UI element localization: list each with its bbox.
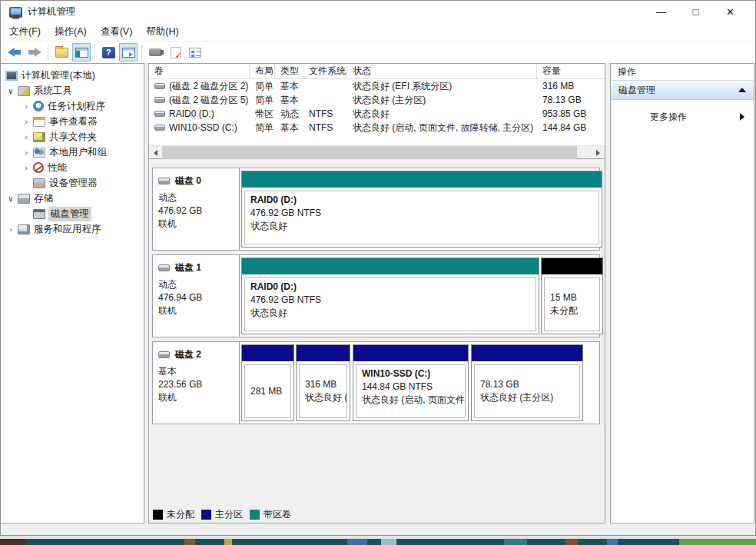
show-console-tree-button[interactable] (72, 43, 91, 61)
event-viewer-icon (33, 117, 45, 127)
column-header-status[interactable]: 状态 (347, 64, 537, 78)
tree-item-computer-management[interactable]: 计算机管理(本地) (1, 68, 144, 83)
tree-item-system-tools[interactable]: ∨ 系统工具 (1, 83, 144, 98)
taskbar-sliver (0, 539, 756, 545)
scrollbar-thumb[interactable] (162, 146, 577, 159)
window-title: 计算机管理 (28, 5, 76, 18)
tree-item-event-viewer[interactable]: › 事件查看器 (1, 114, 144, 129)
tree-item-storage[interactable]: ∨ 存储 (1, 191, 144, 206)
more-actions-label: 更多操作 (650, 111, 687, 124)
tree-item-task-scheduler[interactable]: › 任务计划程序 (1, 98, 144, 114)
forward-button[interactable] (25, 43, 44, 61)
disk-icon (158, 351, 170, 358)
taskbar-icon[interactable] (0, 539, 26, 545)
chevron-right-icon[interactable]: › (5, 224, 16, 234)
close-button[interactable]: ✕ (713, 1, 748, 23)
taskbar-icon[interactable] (224, 539, 232, 545)
check-task-button[interactable] (166, 43, 184, 61)
back-button[interactable] (5, 43, 24, 61)
partition-raid0-d[interactable]: RAID0 (D:) 476.92 GB NTFS 状态良好 (241, 171, 602, 248)
column-header-volume[interactable]: 卷 (149, 64, 250, 78)
chevron-right-icon[interactable]: › (21, 163, 32, 172)
chevron-right-icon[interactable]: › (21, 101, 32, 111)
taskbar-icon[interactable] (184, 539, 195, 545)
volume-icon (154, 111, 165, 117)
disk-1-label[interactable]: 磁盘 1 动态 476.94 GB 联机 (153, 255, 240, 337)
maximize-button[interactable]: □ (678, 1, 713, 23)
volume-status: 状态良好 (启动, 页面文件, 故障转储, 主分区) (347, 121, 537, 135)
tree-item-label: 服务和应用程序 (34, 223, 101, 236)
partition-raid0-d[interactable]: RAID0 (D:) 476.92 GB NTFS 状态良好 (241, 258, 539, 334)
tree-item-device-manager[interactable]: 设备管理器 (1, 175, 144, 191)
legend-swatch (201, 510, 211, 520)
chevron-down-icon[interactable]: ∨ (5, 194, 16, 203)
tree-item-local-users-groups[interactable]: › 本地用户和组 (1, 145, 144, 160)
volume-row[interactable]: (磁盘 2 磁盘分区 2) 简单 基本 状态良好 (EFI 系统分区) 316 … (149, 79, 605, 93)
chevron-right-icon[interactable]: › (21, 117, 32, 126)
menu-view[interactable]: 查看(V) (94, 23, 140, 41)
actions-group-disk-management[interactable]: 磁盘管理 (611, 81, 754, 100)
submenu-arrow-icon (740, 113, 744, 121)
tree-item-disk-management[interactable]: 磁盘管理 (1, 206, 144, 221)
volume-row[interactable]: WIN10-SSD (C:) 简单 基本 NTFS 状态良好 (启动, 页面文件… (149, 121, 605, 135)
up-level-button[interactable] (52, 43, 71, 61)
partition-unallocated[interactable]: 15 MB 未分配 (541, 258, 603, 334)
partition-size: 281 MB (250, 385, 285, 398)
tree-item-services-applications[interactable]: › 服务和应用程序 (1, 221, 144, 237)
partition-efi[interactable]: 316 MB 状态良好 (EFI 系统分区) (296, 344, 350, 421)
column-header-layout[interactable]: 布局 (250, 64, 275, 78)
menu-help[interactable]: 帮助(H) (139, 23, 185, 41)
tree-item-label: 系统工具 (34, 85, 72, 98)
tree-item-performance[interactable]: › 性能 (1, 160, 144, 175)
scroll-right-arrow[interactable] (592, 146, 605, 159)
properties-button[interactable] (186, 43, 204, 61)
volume-capacity: 316 MB (537, 81, 603, 91)
volume-capacity: 953.85 GB (537, 108, 603, 119)
volume-row[interactable]: RAID0 (D:) 带区 动态 NTFS 状态良好 953.85 GB (149, 107, 605, 121)
titlebar[interactable]: 计算机管理 — □ ✕ (1, 1, 755, 23)
partition-status: 状态良好 (主分区) (480, 391, 574, 404)
tree-item-label: 计算机管理(本地) (22, 69, 95, 82)
taskbar-icon[interactable] (381, 539, 396, 545)
column-header-capacity[interactable]: 容量 (537, 64, 603, 78)
volume-row[interactable]: (磁盘 2 磁盘分区 5) 简单 基本 状态良好 (主分区) 78.13 GB (149, 93, 605, 107)
chevron-right-icon[interactable]: › (21, 148, 32, 157)
scroll-left-arrow[interactable] (149, 146, 162, 159)
menu-action[interactable]: 操作(A) (48, 23, 94, 41)
partition-status: 未分配 (550, 304, 594, 317)
horizontal-scrollbar[interactable] (149, 145, 605, 158)
legend: 未分配 主分区 带区卷 (153, 508, 298, 520)
column-header-type[interactable]: 类型 (275, 64, 303, 78)
disk-2-label[interactable]: 磁盘 2 基本 223.56 GB 联机 (153, 342, 240, 424)
legend-swatch (153, 510, 163, 520)
partition-recovery[interactable]: 281 MB (241, 344, 294, 421)
taskbar-icon[interactable] (607, 539, 618, 545)
legend-striped-volume: 带区卷 (250, 508, 291, 521)
disk-0-label[interactable]: 磁盘 0 动态 476.92 GB 联机 (153, 168, 240, 250)
menu-file[interactable]: 文件(F) (2, 23, 48, 41)
show-action-pane-button[interactable] (119, 43, 138, 61)
disk-management-pane: 卷 布局 类型 文件系统 状态 容量 (磁盘 2 磁盘分区 2) 简单 基本 状… (148, 63, 605, 523)
taskbar-icon[interactable] (565, 539, 578, 545)
chevron-right-icon[interactable]: › (21, 132, 32, 141)
taskbar-icon[interactable] (347, 539, 367, 545)
partition-primary-78gb[interactable]: 78.13 GB 状态良好 (主分区) (471, 344, 583, 421)
taskbar-icon[interactable] (504, 539, 527, 545)
partition-win10-ssd-c[interactable]: WIN10-SSD (C:) 144.84 GB NTFS 状态良好 (启动, … (353, 344, 469, 421)
refresh-disk-button[interactable] (146, 43, 164, 61)
minimize-button[interactable]: — (644, 1, 678, 23)
column-header-filesystem[interactable]: 文件系统 (303, 64, 347, 78)
volume-type: 基本 (275, 94, 303, 107)
disk-type: 基本 (158, 365, 234, 378)
partition-color-bar (542, 258, 602, 274)
help-button[interactable]: ? (99, 43, 118, 61)
tree-item-shared-folders[interactable]: › 共享文件夹 (1, 129, 144, 145)
collapse-icon[interactable] (738, 88, 746, 92)
volume-capacity: 78.13 GB (537, 95, 603, 105)
more-actions-item[interactable]: 更多操作 (611, 108, 754, 125)
console-tree-icon (75, 48, 88, 58)
tree-item-label: 共享文件夹 (49, 131, 98, 144)
legend-label: 主分区 (215, 508, 243, 521)
taskbar-icon[interactable] (679, 539, 756, 545)
chevron-down-icon[interactable]: ∨ (5, 87, 16, 95)
